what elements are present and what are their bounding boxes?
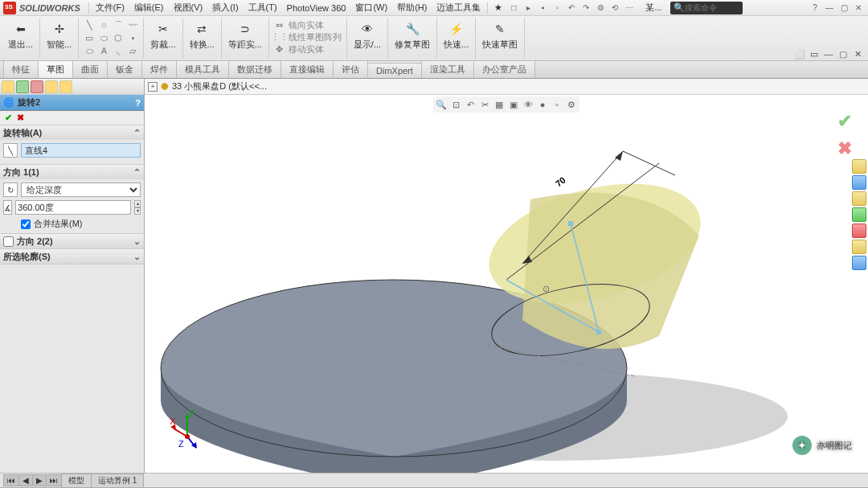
panel-tab-property-icon[interactable] <box>16 80 29 93</box>
redo-icon[interactable]: ↷ <box>579 2 592 14</box>
arc-icon[interactable]: ⌒ <box>113 19 124 31</box>
reverse-icon[interactable]: ↻ <box>3 182 18 197</box>
tab-weld[interactable]: 焊件 <box>141 60 177 78</box>
new-icon[interactable]: □ <box>507 2 520 14</box>
panel-tab-feature-tree-icon[interactable] <box>2 80 14 93</box>
spline-icon[interactable]: 〰 <box>127 19 138 31</box>
save-icon[interactable]: ▪ <box>536 2 549 14</box>
menu-insert[interactable]: 插入(I) <box>207 0 243 15</box>
task-library-icon[interactable] <box>852 191 866 206</box>
angle-spinner[interactable]: ▴▾ <box>134 200 141 215</box>
tab-motion[interactable]: 运动算例 1 <box>91 474 144 488</box>
rebuild-icon[interactable]: ⟲ <box>608 2 621 14</box>
dir1-type-select[interactable]: 给定深度 <box>21 182 141 197</box>
axis-header[interactable]: 旋转轴(A) ⌃ <box>0 125 144 140</box>
fast-sketch-button[interactable]: ✎ 快速草图 <box>481 19 519 52</box>
contour-header[interactable]: 所选轮廓(S) ⌄ <box>0 249 144 264</box>
merge-checkbox[interactable] <box>21 219 31 229</box>
tree-part-name[interactable]: 33 小熊果盘D (默认<<... <box>172 80 267 92</box>
mirror-label[interactable]: 镜向实体 <box>289 19 324 31</box>
panel-tab-config-icon[interactable] <box>31 80 43 93</box>
pattern-icon[interactable]: ⋮⋮ <box>274 32 285 43</box>
pattern-label[interactable]: 线性草图阵列 <box>289 31 342 43</box>
offset-button[interactable]: ⊃ 等距实... <box>227 19 264 52</box>
confirm-ok-icon[interactable]: ✔ <box>837 111 852 132</box>
menu-star-icon[interactable]: ★ <box>489 1 507 14</box>
tree-expand-icon[interactable]: + <box>148 82 158 92</box>
task-resources-icon[interactable] <box>852 175 866 190</box>
print-icon[interactable]: ▫ <box>551 2 563 14</box>
quick-button[interactable]: ⚡ 快速... <box>442 19 470 52</box>
tab-dimxpert[interactable]: DimXpert <box>367 63 422 78</box>
confirm-cancel-icon[interactable]: ✖ <box>837 138 852 159</box>
dimension-value[interactable]: 70 <box>554 175 567 189</box>
help-q-icon[interactable]: ? <box>135 98 141 108</box>
point-icon[interactable]: • <box>127 32 138 43</box>
axis-field-icon[interactable]: ╲ <box>3 143 18 158</box>
tab-data[interactable]: 数据迁移 <box>228 60 281 78</box>
orientation-triad[interactable]: Y X Z <box>167 408 207 449</box>
move-label[interactable]: 移动实体 <box>289 43 324 55</box>
tab-direct[interactable]: 直接编辑 <box>280 60 334 78</box>
menu-photoview[interactable]: PhotoView 360 <box>282 2 351 14</box>
doc-close-icon[interactable]: ✕ <box>852 48 863 59</box>
undo-icon[interactable]: ↶ <box>565 2 578 14</box>
doc-tile-icon[interactable]: ⬜ <box>794 48 805 59</box>
fillet-icon[interactable]: ◟ <box>113 45 124 56</box>
exit-sketch-button[interactable]: ⬅ 退出... <box>6 19 35 52</box>
panel-tab-appearance-icon[interactable] <box>59 80 72 93</box>
circle-icon[interactable]: ○ <box>98 19 109 31</box>
menu-window[interactable]: 窗口(W) <box>350 0 392 15</box>
panel-tab-dim-icon[interactable] <box>45 80 58 93</box>
task-view-icon[interactable] <box>852 223 866 238</box>
line-icon[interactable]: ╲ <box>84 19 95 31</box>
task-appearance-icon[interactable] <box>852 240 866 254</box>
tab-last-icon[interactable]: ⏭ <box>46 474 62 486</box>
mirror-icon[interactable]: ⇔ <box>274 20 285 31</box>
task-explorer-icon[interactable] <box>852 207 866 222</box>
task-custom-icon[interactable] <box>852 256 866 270</box>
tab-sheetmetal[interactable]: 钣金 <box>107 60 142 78</box>
options-icon[interactable]: ⚙ <box>594 2 607 14</box>
tab-feature[interactable]: 特征 <box>3 60 39 78</box>
slot-icon[interactable]: ⬭ <box>98 32 109 43</box>
menu-edit[interactable]: 编辑(E) <box>129 0 169 15</box>
minimize-icon[interactable]: — <box>823 2 836 14</box>
trim-button[interactable]: ✂ 剪裁... <box>149 19 177 52</box>
help-icon[interactable]: ? <box>809 2 821 14</box>
tab-first-icon[interactable]: ⏮ <box>3 474 19 486</box>
ellipse-icon[interactable]: ⬭ <box>84 45 95 56</box>
menu-view[interactable]: 视图(V) <box>169 0 208 15</box>
maximize-icon[interactable]: ▢ <box>837 2 850 14</box>
display-button[interactable]: 👁 显示/... <box>352 19 383 52</box>
tab-next-icon[interactable]: ▶ <box>32 474 47 486</box>
viewport[interactable]: + ⬣ 33 小熊果盘D (默认<<... 🔍 ⊡ ↶ ✂ ▦ ▣ 👁 ● ▫ … <box>145 79 868 473</box>
tab-render[interactable]: 渲染工具 <box>421 60 474 78</box>
more-icon[interactable]: ⋯ <box>623 2 636 14</box>
tab-model[interactable]: 模型 <box>61 474 92 488</box>
repair-button[interactable]: 🔧 修复草图 <box>393 19 432 52</box>
tab-prev-icon[interactable]: ◀ <box>18 474 33 486</box>
close-icon[interactable]: ✕ <box>852 2 865 14</box>
menu-maidi[interactable]: 迈迪工具集 <box>432 0 485 15</box>
tab-office[interactable]: 办公室产品 <box>473 60 535 78</box>
dir2-checkbox[interactable] <box>3 236 14 247</box>
dir1-header[interactable]: 方向 1(1) ⌃ <box>0 165 144 179</box>
doc-cascade-icon[interactable]: ▭ <box>809 48 820 59</box>
text-icon[interactable]: A <box>98 45 109 56</box>
plane-icon[interactable]: ▱ <box>127 45 138 56</box>
move-icon[interactable]: ✥ <box>274 44 285 55</box>
poly-icon[interactable]: ⬡ <box>113 32 124 43</box>
doc-min-icon[interactable]: — <box>823 48 834 59</box>
angle-icon[interactable]: ∡ <box>3 200 12 215</box>
convert-button[interactable]: ⇄ 转换... <box>188 19 216 52</box>
menu-help[interactable]: 帮助(H) <box>392 0 432 15</box>
menu-file[interactable]: 文件(F) <box>91 0 129 15</box>
axis-input[interactable] <box>21 143 141 158</box>
smart-dim-button[interactable]: ✢ 智能... <box>45 19 73 52</box>
doc-max-icon[interactable]: ▢ <box>837 48 849 59</box>
search-box[interactable]: 🔍 <box>670 2 743 14</box>
tab-eval[interactable]: 评估 <box>333 60 368 78</box>
task-home-icon[interactable] <box>852 159 866 174</box>
rect-icon[interactable]: ▭ <box>84 32 95 43</box>
